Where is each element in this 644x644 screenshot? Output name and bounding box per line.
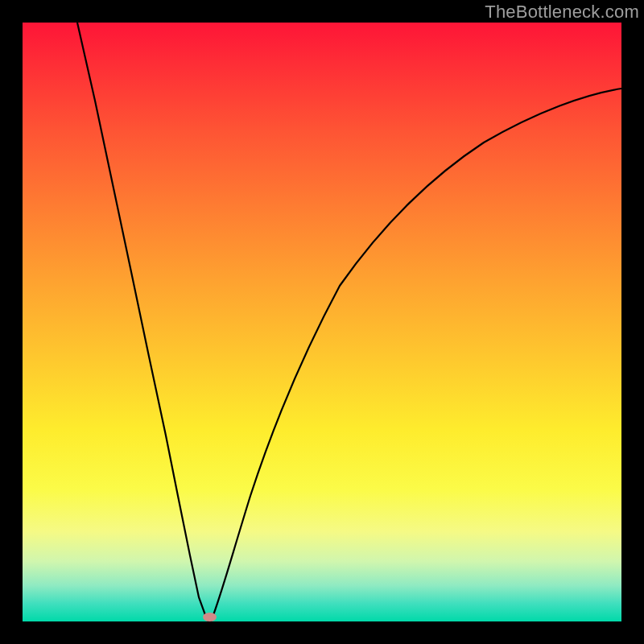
- minimum-marker: [203, 613, 217, 621]
- watermark-text: TheBottleneck.com: [485, 2, 639, 23]
- curve-right-branch: [211, 89, 621, 621]
- plot-area: [23, 23, 621, 621]
- chart-frame: TheBottleneck.com: [0, 0, 644, 644]
- bottleneck-curve: [23, 23, 621, 621]
- curve-left-branch: [77, 23, 208, 621]
